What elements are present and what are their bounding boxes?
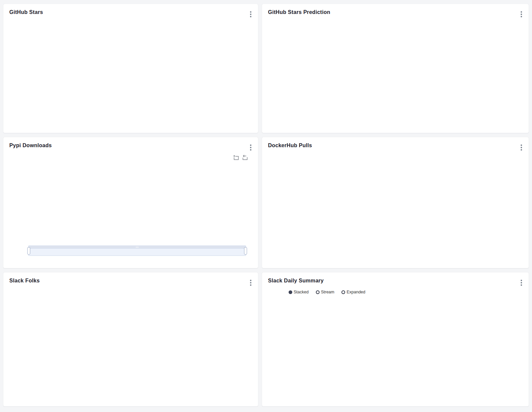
chart-legend: Stacked Stream Expanded: [289, 290, 365, 294]
slack-folks-treemap: [9, 288, 255, 405]
legend-item-expanded[interactable]: Expanded: [341, 290, 365, 294]
card-dockerhub-pulls: DockerHub Pulls: [262, 137, 529, 268]
datazoom-icon[interactable]: [233, 154, 239, 160]
restore-icon[interactable]: [242, 154, 248, 160]
card-github-stars: GitHub Stars: [3, 4, 258, 133]
card-github-stars-prediction: GitHub Stars Prediction: [262, 4, 529, 133]
chart-toolbox: [233, 154, 248, 160]
datazoom-handle-left[interactable]: [27, 247, 30, 255]
legend-ring-circle-icon: [316, 290, 320, 294]
legend-filled-circle-icon: [289, 290, 292, 294]
card-pypi-downloads: Pypi Downloads: [3, 137, 258, 268]
github-stars-chart: [3, 4, 258, 133]
legend-item-stream[interactable]: Stream: [316, 290, 334, 294]
kebab-menu-icon[interactable]: [249, 278, 253, 287]
card-slack-daily-summary: Slack Daily Summary Stacked Stream Expan…: [262, 272, 529, 406]
legend-ring-circle-icon: [341, 290, 345, 294]
legend-item-stacked[interactable]: Stacked: [289, 290, 309, 294]
card-slack-folks: Slack Folks: [3, 272, 258, 406]
datazoom-slider[interactable]: [28, 246, 246, 256]
panel-title: Slack Folks: [9, 278, 40, 284]
datazoom-handle-right[interactable]: [244, 247, 247, 255]
dockerhub-pulls-chart: [262, 137, 529, 268]
github-stars-prediction-chart: [262, 4, 529, 133]
datazoom-minimap: [29, 248, 246, 255]
